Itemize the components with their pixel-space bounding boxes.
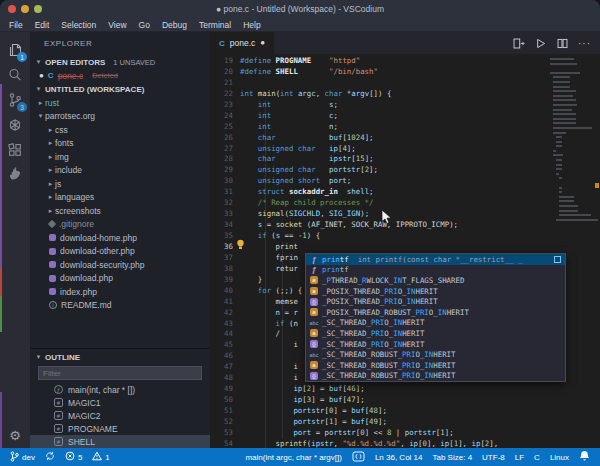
line-number[interactable]: 50	[210, 395, 240, 406]
suggestion-item[interactable]: a_POSIX_THREAD_PRIO_INHERIT	[306, 286, 565, 297]
activity-explorer-button[interactable]: 1	[0, 39, 30, 64]
activity-source-control-button[interactable]: 3	[0, 89, 30, 114]
suggestion-item[interactable]: a_SC_THREAD_ROBUST_PRIO_INHERIT	[306, 360, 565, 371]
line-number[interactable]: 31	[210, 187, 240, 198]
code-text[interactable]: char ipstr[15];	[240, 154, 374, 165]
code-text[interactable]: i	[240, 362, 298, 373]
code-text[interactable]: }	[240, 275, 262, 286]
outline-item-SHELL[interactable]: #SHELL	[30, 435, 210, 448]
notifications-status[interactable]	[575, 450, 594, 464]
minimap[interactable]	[550, 58, 596, 223]
folder-include[interactable]: ▸include	[30, 164, 210, 178]
file-.gitignore[interactable]: .gitignore	[30, 218, 210, 232]
file-README.md[interactable]: iREADME.md	[30, 299, 210, 313]
folder-js[interactable]: ▸js	[30, 177, 210, 191]
line-number[interactable]: 43	[210, 319, 240, 330]
code-text[interactable]: /* Reap child processes */	[240, 198, 374, 209]
code-text[interactable]: memse	[240, 297, 298, 308]
line-number[interactable]: 37	[210, 253, 240, 264]
outline-filter-input[interactable]	[38, 366, 202, 380]
menu-help[interactable]: Help	[237, 20, 266, 30]
line-number[interactable]: 48	[210, 373, 240, 384]
outline-item-main[interactable]: ƒmain(int, char * [])	[30, 383, 210, 396]
line-number[interactable]: 20	[210, 67, 240, 78]
suggestion-item[interactable]: ƒprintfint printf(const char *__restrict…	[306, 254, 565, 265]
suggestion-item[interactable]: a_PTHREAD_RWLOCK_INT_FLAGS_SHARED	[306, 275, 565, 286]
activity-search-button[interactable]	[0, 64, 30, 89]
folder-screenshots[interactable]: ▸screenshots	[30, 204, 210, 218]
code-text[interactable]: int n;	[240, 122, 338, 133]
open-editors-header[interactable]: ▾ OPEN EDITORS 1 UNSAVED	[30, 55, 210, 69]
git-branch-status[interactable]: dev	[6, 451, 39, 464]
code-text[interactable]: if (n	[240, 319, 298, 330]
menu-file[interactable]: File	[3, 20, 29, 30]
code-text[interactable]: i	[240, 373, 298, 384]
suggestion-item[interactable]: abc_SC_THREAD_ROBUST_PRIO_INHERIT	[306, 349, 565, 360]
errors-status[interactable]: 5	[61, 451, 86, 463]
current-symbol-status[interactable]: main(int argc, char * argv[])	[241, 453, 345, 462]
close-window-button[interactable]	[8, 5, 16, 13]
menu-view[interactable]: View	[102, 20, 132, 30]
menu-debug[interactable]: Debug	[156, 20, 193, 30]
more-actions-icon[interactable]: ···	[578, 38, 591, 49]
split-editor-icon[interactable]	[556, 37, 569, 50]
maximize-window-button[interactable]	[34, 5, 42, 13]
language-status[interactable]: C	[530, 453, 544, 462]
outline-item-MAGIC1[interactable]: #MAGIC1	[30, 396, 210, 409]
line-number[interactable]: 45	[210, 340, 240, 351]
code-text[interactable]: portstr[0] = buf[48];	[240, 406, 387, 417]
dirty-indicator-icon[interactable]: ●	[260, 39, 265, 47]
line-number[interactable]: 25	[210, 122, 240, 133]
activity-debug-button[interactable]	[0, 114, 30, 139]
menu-terminal[interactable]: Terminal	[193, 20, 237, 30]
code-text[interactable]: if (s == -1) {	[240, 231, 320, 242]
file-download-home.php[interactable]: download-home.php	[30, 231, 210, 245]
lightbulb-icon[interactable]	[236, 239, 245, 250]
sync-status[interactable]	[41, 451, 59, 463]
line-number[interactable]: 28	[210, 154, 240, 165]
menu-selection[interactable]: Selection	[55, 20, 102, 30]
symbol-scope-status[interactable]	[348, 451, 369, 464]
file-download-other.php[interactable]: download-other.php	[30, 245, 210, 259]
line-number[interactable]: 52	[210, 417, 240, 428]
line-number[interactable]: 54	[210, 439, 240, 448]
code-text[interactable]: unsigned char portstr[2];	[240, 165, 378, 176]
menu-go[interactable]: Go	[133, 20, 156, 30]
line-number[interactable]: 49	[210, 384, 240, 395]
line-number[interactable]: 53	[210, 428, 240, 439]
suggestion-item[interactable]: {}_SC_THREAD_PRIO_INHERIT	[306, 339, 565, 350]
code-text[interactable]: portstr[1] = buf[49];	[240, 417, 387, 428]
code-text[interactable]: n = r	[240, 308, 298, 319]
code-text[interactable]: i	[240, 340, 298, 351]
line-number[interactable]: 41	[210, 297, 240, 308]
line-number[interactable]: 38	[210, 264, 240, 275]
encoding-status[interactable]: UTF-8	[478, 453, 509, 462]
line-number[interactable]: 51	[210, 406, 240, 417]
minimize-window-button[interactable]	[21, 5, 29, 13]
line-number[interactable]: 30	[210, 176, 240, 187]
line-number[interactable]: 39	[210, 275, 240, 286]
line-number[interactable]: 32	[210, 198, 240, 209]
code-text[interactable]: ip[3] = buf[47];	[240, 395, 365, 406]
code-text[interactable]: unsigned char ip[4];	[240, 144, 356, 155]
line-number[interactable]: 33	[210, 209, 240, 220]
code-text[interactable]: sprintf(ipstr, "%d.%d.%d.%d", ip[0], ip[…	[240, 439, 498, 448]
line-number[interactable]: 47	[210, 362, 240, 373]
folder-img[interactable]: ▸img	[30, 150, 210, 164]
line-number[interactable]: 34	[210, 220, 240, 231]
workspace-header[interactable]: ▾ UNTITLED (WORKSPACE)	[30, 82, 210, 96]
line-number[interactable]: 21	[210, 78, 240, 89]
line-number[interactable]: 42	[210, 308, 240, 319]
code-text[interactable]: #define SHELL "/bin/bash"	[240, 67, 378, 78]
suggestion-item[interactable]: a_POSIX_THREAD_ROBUST_PRIO_INHERIT	[306, 307, 565, 318]
line-number[interactable]: 29	[210, 165, 240, 176]
code-text[interactable]: port = portstr[0] << 8 | portstr[1];	[240, 428, 454, 439]
folder-languages[interactable]: ▸languages	[30, 191, 210, 205]
warnings-status[interactable]: 1	[88, 451, 113, 463]
code-text[interactable]: int main(int argc, char *argv[]) {	[240, 89, 391, 100]
code-text[interactable]: /	[240, 329, 280, 340]
code-text[interactable]: for (;;) {	[240, 286, 302, 297]
file-download.php[interactable]: download.php	[30, 272, 210, 286]
file-index.php[interactable]: index.php	[30, 285, 210, 299]
suggestion-details-icon[interactable]	[554, 256, 561, 263]
